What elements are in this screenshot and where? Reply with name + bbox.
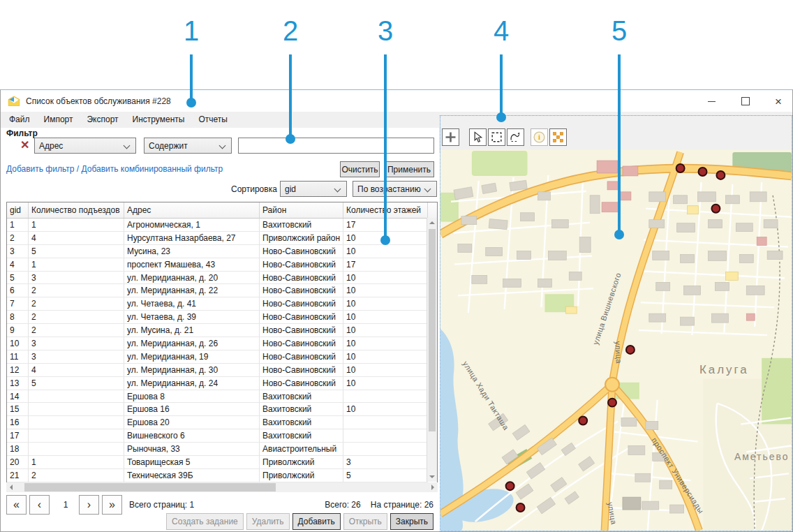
table-cell[interactable]: 16 [7,416,29,429]
table-cell[interactable]: 17 [7,429,29,443]
table-cell: 3 [343,456,428,469]
column-header[interactable]: Район [260,202,343,218]
add-combined-filter-link[interactable]: Добавить комбинированный фильтр [81,164,223,174]
menu-item-5[interactable]: Отчеты [191,112,234,126]
table-cell[interactable]: 5 [7,272,29,285]
menu-item-3[interactable]: Экспорт [80,112,125,126]
filter-section-label: Фильтр [6,128,38,138]
column-header[interactable]: Количество этажей [343,202,428,218]
minimize-button[interactable] [701,94,722,108]
table-cell[interactable]: 1 [7,219,29,232]
prev-page-button[interactable]: ‹ [29,495,50,515]
vertical-scroll-thumb[interactable] [429,229,436,431]
table-cell[interactable]: 4 [7,258,29,272]
table-cell[interactable]: 6 [7,284,29,297]
screen: { "window": { "title": "Список объектов … [0,0,793,532]
maximize-button[interactable] [735,94,756,108]
column-header[interactable]: gid [7,202,29,218]
lasso-select-icon[interactable] [507,128,524,146]
table-cell[interactable]: 2 [7,232,29,245]
pagination: « ‹ 1 › » Всего страниц: 1 [6,495,194,515]
close-button[interactable]: × [768,94,789,108]
column-header[interactable]: Количество подъездов [29,202,124,218]
table-cell: Мусина, 23 [124,245,260,258]
table-cell: 4 [29,364,124,377]
sort-direction-dropdown[interactable]: По возрастанию [353,181,437,197]
object-marker[interactable] [711,205,720,213]
table-cell [343,390,428,404]
table-cell: Ново-Савиновский [260,311,343,324]
table-cell[interactable]: 18 [7,443,29,456]
table-cell[interactable]: 11 [7,350,29,364]
column-header[interactable]: Адрес [124,202,260,218]
menu-item-2[interactable]: Импорт [37,112,80,126]
table-cell: Вахитовский [260,219,343,232]
sort-label: Сортировка [231,184,277,194]
закрыть-button[interactable]: Закрыть [390,513,433,530]
table-cell: Приволжский [260,456,343,469]
table-cell: 2 [29,324,124,337]
callout-number-1: 1 [184,15,199,46]
table-cell[interactable]: 12 [7,364,29,377]
table-cell [29,403,124,416]
filter-value-input[interactable] [238,138,434,154]
открыть-button: Открыть [343,513,387,530]
filter-field-dropdown[interactable]: Адрес [34,138,136,154]
table-cell[interactable]: 10 [7,337,29,350]
info-icon[interactable]: i [531,128,548,146]
menu-item-4[interactable]: Инструменты [126,112,192,126]
object-marker[interactable] [699,168,707,176]
table-cell[interactable]: 14 [7,390,29,404]
table-cell[interactable]: 13 [7,377,29,390]
map-canvas[interactable]: КалугаАметьевоулица Вишневскогоулица Хад… [440,149,792,531]
scroll-left-icon[interactable] [10,485,13,490]
sort-field-dropdown[interactable]: gid [280,181,347,197]
rectangle-select-icon[interactable] [488,128,505,146]
menu-item-1[interactable]: Файл [2,112,37,126]
callout-number-4: 4 [494,15,509,46]
link-separator: / [74,164,81,174]
table-cell: 17 [343,258,428,272]
horizontal-scrollbar[interactable] [6,482,438,492]
object-marker[interactable] [676,164,685,172]
object-marker[interactable] [506,482,514,490]
pan-plus-icon[interactable] [442,128,459,146]
table-cell [29,429,124,443]
table-cell [343,443,428,456]
next-page-button[interactable]: › [79,495,99,515]
vertical-scrollbar[interactable] [427,218,437,482]
horizontal-scroll-thumb[interactable] [24,483,276,492]
table-cell: 5 [343,469,428,482]
table-cell[interactable]: 21 [7,469,29,482]
table-cell[interactable]: 20 [7,456,29,469]
object-marker[interactable] [579,417,587,425]
table-cell[interactable]: 15 [7,403,29,416]
scroll-up-icon[interactable] [429,221,435,224]
pointer-select-icon[interactable] [469,128,487,146]
apply-button[interactable]: Применить [384,161,434,177]
object-marker[interactable] [608,399,616,407]
table-cell: Вахитовский [260,390,343,404]
filter-operator-dropdown[interactable]: Содержит [144,138,232,154]
object-marker[interactable] [517,503,525,512]
table-cell[interactable]: 7 [7,297,29,311]
table-cell: 10 [343,350,428,364]
last-page-button[interactable]: » [102,495,122,515]
add-filter-link[interactable]: Добавить фильтр [6,164,74,174]
first-page-button[interactable]: « [6,495,27,515]
remove-filter-icon[interactable]: ✕ [20,140,29,151]
table-cell[interactable]: 3 [7,245,29,258]
map-label: Аметьево [734,451,790,462]
object-marker[interactable] [716,171,725,179]
table-cell: Авиастроительный [260,443,343,456]
scroll-right-icon[interactable] [431,485,434,490]
svg-text:i: i [538,133,540,141]
table-cell[interactable]: 9 [7,324,29,337]
fit-extent-icon[interactable] [549,128,567,146]
app-window: Список объектов обслуживания #228 × Файл… [0,89,793,532]
object-marker[interactable] [626,346,635,354]
clear-button[interactable]: Очистить [340,161,380,177]
добавить-button[interactable]: Добавить [292,513,341,530]
scroll-down-icon[interactable] [429,475,435,478]
table-cell[interactable]: 8 [7,311,29,324]
